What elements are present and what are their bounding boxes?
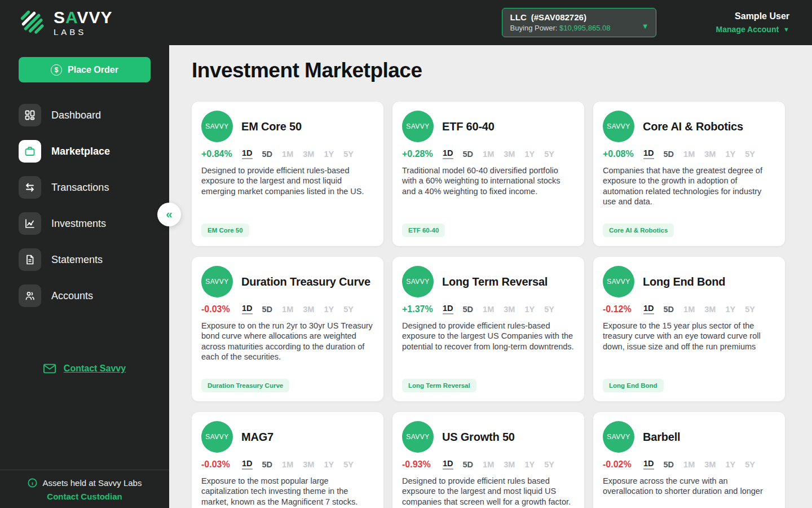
fund-card[interactable]: SAVVY Long End Bond -0.12% 1D5D1M3M1Y5Y … xyxy=(593,257,785,401)
range-tab-5y[interactable]: 5Y xyxy=(745,305,755,314)
range-tab-1d[interactable]: 1D xyxy=(443,459,453,470)
range-tab-1d[interactable]: 1D xyxy=(443,148,453,159)
manage-account-button[interactable]: Manage Account ▼ xyxy=(716,25,789,34)
range-tab-1d[interactable]: 1D xyxy=(643,459,654,470)
sidebar-collapse-button[interactable]: « xyxy=(157,203,181,226)
range-tab-5d[interactable]: 5D xyxy=(463,305,474,314)
range-tab-1d[interactable]: 1D xyxy=(242,459,253,470)
fund-card[interactable]: SAVVY Barbell -0.02% 1D5D1M3M1Y5Y Exposu… xyxy=(593,412,785,508)
range-tab-3m[interactable]: 3M xyxy=(704,150,716,159)
range-tab-1y[interactable]: 1Y xyxy=(725,150,735,159)
range-tab-1m[interactable]: 1M xyxy=(282,305,293,314)
range-tab-1y[interactable]: 1Y xyxy=(725,460,735,469)
range-tab-3m[interactable]: 3M xyxy=(303,460,314,469)
range-tab-5y[interactable]: 5Y xyxy=(343,150,354,159)
brand-wordmark: SAVVY LABS xyxy=(54,9,113,37)
range-tab-5d[interactable]: 5D xyxy=(664,305,674,314)
range-tab-1m[interactable]: 1M xyxy=(282,150,293,159)
range-tab-5y[interactable]: 5Y xyxy=(544,305,554,314)
range-tab-1y[interactable]: 1Y xyxy=(524,305,535,314)
sidebar-item-transactions[interactable]: Transactions xyxy=(0,169,169,205)
range-tabs: 1D5D1M3M1Y5Y xyxy=(443,459,554,470)
range-tab-1d[interactable]: 1D xyxy=(643,148,654,159)
range-tab-5d[interactable]: 5D xyxy=(463,150,474,159)
fund-card[interactable]: SAVVY Long Term Reversal +1.37% 1D5D1M3M… xyxy=(392,257,584,401)
fund-card-grid: SAVVY EM Core 50 +0.84% 1D5D1M3M1Y5Y Des… xyxy=(192,102,785,508)
sidebar-item-marketplace[interactable]: Marketplace xyxy=(0,133,169,169)
range-tab-5d[interactable]: 5D xyxy=(664,460,674,469)
range-tab-1d[interactable]: 1D xyxy=(443,304,453,314)
range-tab-5y[interactable]: 5Y xyxy=(745,460,755,469)
fund-card[interactable]: SAVVY MAG7 -0.03% 1D5D1M3M1Y5Y Exposure … xyxy=(192,412,383,508)
range-tab-3m[interactable]: 3M xyxy=(303,305,314,314)
range-tab-1d[interactable]: 1D xyxy=(242,304,253,314)
fund-tag: Long End Bond xyxy=(603,379,664,392)
fund-card[interactable]: SAVVY US Growth 50 -0.93% 1D5D1M3M1Y5Y D… xyxy=(392,412,584,508)
sidebar-item-investments[interactable]: Investments xyxy=(0,205,169,242)
chevron-down-icon: ▼ xyxy=(783,26,789,33)
range-tab-1m[interactable]: 1M xyxy=(683,305,695,314)
brand-logo: SAVVY LABS xyxy=(0,8,113,37)
account-entity-line: LLC(#SAV082726) xyxy=(510,12,637,22)
sidebar-item-statements[interactable]: Statements xyxy=(0,242,169,278)
range-tab-5d[interactable]: 5D xyxy=(262,150,273,159)
range-tab-5d[interactable]: 5D xyxy=(262,305,273,314)
range-tab-1y[interactable]: 1Y xyxy=(324,460,334,469)
range-tab-3m[interactable]: 3M xyxy=(704,460,716,469)
range-tab-1d[interactable]: 1D xyxy=(242,148,253,159)
fund-name: ETF 60-40 xyxy=(442,120,495,133)
fund-description: Companies that have the greatest degree … xyxy=(603,165,775,207)
range-tab-1m[interactable]: 1M xyxy=(483,150,494,159)
range-tab-1m[interactable]: 1M xyxy=(282,460,293,469)
range-tab-3m[interactable]: 3M xyxy=(504,305,515,314)
place-order-button[interactable]: $ Place Order xyxy=(19,57,151,82)
range-tab-5y[interactable]: 5Y xyxy=(544,150,554,159)
change-percent: +0.84% xyxy=(201,149,242,159)
range-tab-1y[interactable]: 1Y xyxy=(725,305,735,314)
account-selector[interactable]: LLC(#SAV082726) Buying Power: $10,995,86… xyxy=(502,8,656,37)
fund-card[interactable]: SAVVY EM Core 50 +0.84% 1D5D1M3M1Y5Y Des… xyxy=(192,102,383,246)
fund-description: Exposure to the most popular large capit… xyxy=(201,476,373,507)
range-tabs: 1D5D1M3M1Y5Y xyxy=(242,459,354,470)
range-tab-1y[interactable]: 1Y xyxy=(324,305,334,314)
fund-description: Designed to provide efficient rules-base… xyxy=(402,321,574,352)
fund-tag: ETF 60-40 xyxy=(402,224,445,237)
range-tab-1m[interactable]: 1M xyxy=(683,150,695,159)
user-block: Sample User Manage Account ▼ xyxy=(716,11,789,34)
range-tab-5d[interactable]: 5D xyxy=(262,460,273,469)
fund-card[interactable]: SAVVY Core AI & Robotics +0.08% 1D5D1M3M… xyxy=(593,102,785,246)
savvy-avatar: SAVVY xyxy=(402,266,434,297)
range-tab-3m[interactable]: 3M xyxy=(704,305,716,314)
contact-savvy-link[interactable]: Contact Savvy xyxy=(0,364,169,374)
range-tab-1d[interactable]: 1D xyxy=(643,304,654,314)
range-tab-5y[interactable]: 5Y xyxy=(343,460,354,469)
range-tab-5y[interactable]: 5Y xyxy=(544,460,554,469)
range-tab-5y[interactable]: 5Y xyxy=(343,305,354,314)
user-name: Sample User xyxy=(716,11,789,21)
range-tab-3m[interactable]: 3M xyxy=(303,150,314,159)
range-tab-5y[interactable]: 5Y xyxy=(745,150,755,159)
range-tabs: 1D5D1M3M1Y5Y xyxy=(643,304,755,314)
range-tab-3m[interactable]: 3M xyxy=(504,460,515,469)
range-tab-5d[interactable]: 5D xyxy=(664,150,674,159)
range-tab-1m[interactable]: 1M xyxy=(683,460,695,469)
range-tab-3m[interactable]: 3M xyxy=(504,150,515,159)
range-tab-1y[interactable]: 1Y xyxy=(324,150,334,159)
range-tab-1m[interactable]: 1M xyxy=(483,460,494,469)
change-percent: -0.03% xyxy=(201,304,242,314)
range-tab-1y[interactable]: 1Y xyxy=(524,460,535,469)
fund-card[interactable]: SAVVY Duration Treasury Curve -0.03% 1D5… xyxy=(192,257,383,401)
transfer-arrows-icon xyxy=(19,176,41,199)
range-tab-5d[interactable]: 5D xyxy=(463,460,474,469)
sidebar-item-dashboard[interactable]: Dashboard xyxy=(0,97,169,133)
range-tabs: 1D5D1M3M1Y5Y xyxy=(242,304,354,314)
change-percent: -0.93% xyxy=(402,459,443,470)
range-tab-1y[interactable]: 1Y xyxy=(524,150,535,159)
change-percent: +1.37% xyxy=(402,304,443,314)
fund-description: Designed to provide efficient rules-base… xyxy=(201,165,373,196)
fund-card[interactable]: SAVVY ETF 60-40 +0.28% 1D5D1M3M1Y5Y Trad… xyxy=(392,102,584,246)
sidebar-item-accounts[interactable]: Accounts xyxy=(0,278,169,314)
range-tabs: 1D5D1M3M1Y5Y xyxy=(643,459,755,470)
range-tab-1m[interactable]: 1M xyxy=(483,305,494,314)
contact-custodian-link[interactable]: Contact Custodian xyxy=(6,492,164,501)
